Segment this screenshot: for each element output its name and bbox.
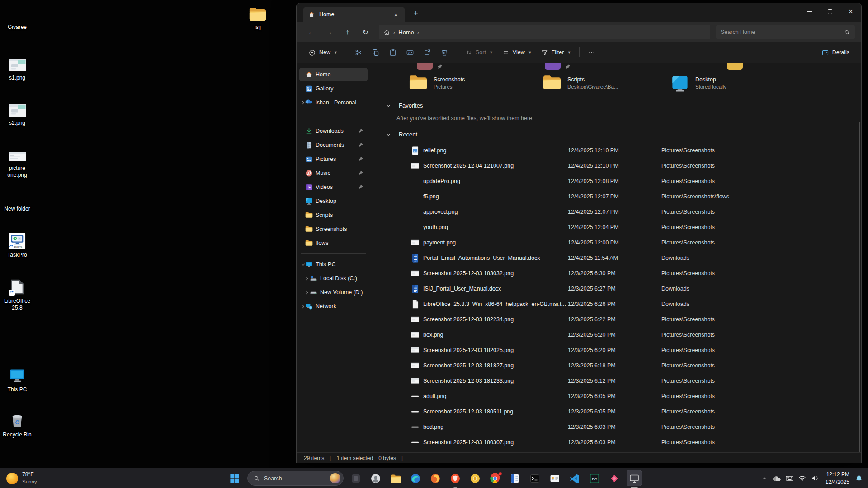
chevron-up-icon[interactable] xyxy=(758,468,771,488)
taskbar-app-edge[interactable] xyxy=(406,468,425,488)
sidebar-item-flows[interactable]: flows xyxy=(299,236,368,250)
file-row[interactable]: box.png12/3/2025 6:20 PMPictures\Screens… xyxy=(370,327,858,343)
rename-button[interactable]: A xyxy=(401,45,419,60)
taskbar-app-chrome[interactable] xyxy=(485,468,505,488)
sidebar-item-desktop[interactable]: Desktop xyxy=(299,194,368,208)
taskbar-app-firefox[interactable] xyxy=(425,468,445,488)
file-row[interactable]: Screenshot 2025-12-03 181233.png12/3/202… xyxy=(370,373,858,389)
file-row[interactable]: approved.png12/4/2025 12:07 PMPictures\S… xyxy=(370,204,858,220)
search-icon[interactable] xyxy=(844,29,850,36)
sidebar-item-new-volume-d[interactable]: New Volume (D:) xyxy=(299,286,368,299)
filter-button[interactable]: Filter ▼ xyxy=(537,45,576,60)
sidebar-item-downloads[interactable]: Downloads xyxy=(299,124,368,138)
breadcrumb-chevron-icon[interactable]: › xyxy=(417,29,419,36)
file-row[interactable]: Screenshot 2025-12-03 182234.png12/3/202… xyxy=(370,312,858,327)
sidebar-item-documents[interactable]: Documents xyxy=(299,138,368,152)
file-row[interactable]: Screenshot 2025-12-03 180511.png12/3/202… xyxy=(370,404,858,419)
share-button[interactable] xyxy=(419,45,436,60)
chevron-right-icon[interactable] xyxy=(303,276,310,281)
file-row[interactable]: Screenshot 2025-12-04 121007.png12/4/202… xyxy=(370,158,858,174)
taskbar-app-pycharm[interactable]: PC xyxy=(585,468,604,488)
view-button[interactable]: View ▼ xyxy=(498,45,537,60)
taskbar-app-file-explorer[interactable] xyxy=(386,468,406,488)
quick-access-card-screenshots[interactable]: ScreenshotsPictures xyxy=(409,74,465,91)
breadcrumb-home[interactable]: Home xyxy=(398,29,414,36)
file-row[interactable]: payment.png12/4/2025 12:00 PMPictures\Sc… xyxy=(370,235,858,250)
tab-home[interactable]: Home × xyxy=(303,7,405,22)
maximize-button[interactable] xyxy=(820,3,840,20)
new-tab-button[interactable]: + xyxy=(410,8,421,19)
close-button[interactable]: × xyxy=(840,3,861,20)
file-row[interactable]: bod.png12/3/2025 6:03 PMPictures\Screens… xyxy=(370,419,858,435)
new-button[interactable]: New ▼ xyxy=(304,45,342,60)
file-row[interactable]: Screenshot 2025-12-03 180307.png12/3/202… xyxy=(370,435,858,450)
desktop-icon-pictureone[interactable]: picture one.png xyxy=(1,145,33,178)
desktop-icon-s2[interactable]: s2.png xyxy=(1,99,33,127)
taskbar-app-chat[interactable] xyxy=(366,468,386,488)
sidebar-item-screenshots[interactable]: Screenshots xyxy=(299,222,368,236)
desktop-icon-isij[interactable]: isij xyxy=(241,4,274,31)
desktop-icon-libreoffice[interactable]: LibreOffice 25.8 xyxy=(1,277,33,311)
tab-close-icon[interactable]: × xyxy=(391,9,401,20)
sidebar-item-this-pc[interactable]: This PC xyxy=(299,258,368,271)
desktop-icon-newfolder[interactable]: New folder xyxy=(1,185,33,212)
volume-icon[interactable] xyxy=(809,468,821,488)
search-box[interactable]: Search Home xyxy=(716,25,855,39)
sidebar-item-network[interactable]: Network xyxy=(299,300,368,313)
taskbar-app-chrome-canary[interactable] xyxy=(465,468,485,488)
file-row[interactable]: Portal_Email_Automations_User_Manual.doc… xyxy=(370,250,858,266)
taskbar-app-brave[interactable] xyxy=(445,468,465,488)
taskbar-app-widgets[interactable] xyxy=(346,468,366,488)
start-button[interactable] xyxy=(229,473,240,483)
file-row[interactable]: adult.png12/3/2025 6:05 PMPictures\Scree… xyxy=(370,389,858,404)
chevron-right-icon[interactable] xyxy=(303,290,310,295)
more-options-button[interactable] xyxy=(583,45,600,60)
address-bar[interactable]: › Home › xyxy=(379,25,710,39)
file-row[interactable]: relief.png12/4/2025 12:10 PMPictures\Scr… xyxy=(370,143,858,158)
vertical-scrollbar[interactable] xyxy=(859,122,860,452)
desktop-icon-thispc[interactable]: This PC xyxy=(1,366,33,393)
recent-section-header[interactable]: Recent xyxy=(386,131,417,138)
cut-off-folder-icon[interactable] xyxy=(545,63,561,70)
cut-off-folder-icon[interactable] xyxy=(417,63,433,70)
file-row[interactable]: youth.png12/4/2025 12:04 PMPictures\Scre… xyxy=(370,220,858,235)
file-row[interactable]: Screenshot 2025-12-03 181827.png12/3/202… xyxy=(370,358,858,373)
desktop-icon-taskpro[interactable]: TaskProTaskPro xyxy=(1,231,33,258)
sidebar-item-videos[interactable]: Videos xyxy=(299,180,368,194)
taskbar-clock[interactable]: 12:12 PM 12/4/2025 xyxy=(826,471,849,486)
desktop-icon-recyclebin[interactable]: ♻Recycle Bin xyxy=(1,411,33,438)
refresh-button[interactable]: ↻ xyxy=(357,25,374,39)
notification-bell-icon[interactable] xyxy=(853,468,865,488)
delete-button[interactable] xyxy=(436,45,453,60)
quick-access-card-desktop[interactable]: DesktopStored locally xyxy=(670,74,726,91)
home-icon[interactable] xyxy=(383,29,390,36)
desktop-icon-s1[interactable]: s1.png xyxy=(1,54,33,81)
taskbar-app-terminal[interactable] xyxy=(525,468,545,488)
sidebar-item-music[interactable]: Music xyxy=(299,166,368,180)
desktop-icon-givaree[interactable]: Givaree xyxy=(1,4,33,31)
taskbar-app-contact-card[interactable] xyxy=(545,468,565,488)
file-row[interactable]: Screenshot 2025-12-03 182025.png12/3/202… xyxy=(370,343,858,358)
sidebar-item-gallery[interactable]: Gallery xyxy=(299,82,368,95)
touch-keyboard-icon[interactable] xyxy=(783,468,796,488)
sort-button[interactable]: Sort ▼ xyxy=(461,45,498,60)
sidebar-item-scripts[interactable]: Scripts xyxy=(299,208,368,222)
wifi-icon[interactable] xyxy=(796,468,809,488)
sidebar-item-onedrive[interactable]: ishan - Personal xyxy=(299,96,368,109)
chevron-down-icon[interactable] xyxy=(386,132,391,137)
sidebar-item-home[interactable]: Home xyxy=(299,68,368,81)
taskbar-app-gem-app[interactable] xyxy=(604,468,624,488)
taskbar-search[interactable]: Search xyxy=(247,471,344,486)
cut-off-folder-icon[interactable] xyxy=(727,63,743,70)
back-button[interactable]: ← xyxy=(303,25,320,39)
sidebar-item-local-disk-c[interactable]: Local Disk (C:) xyxy=(299,272,368,285)
up-button[interactable]: ↑ xyxy=(339,25,356,39)
file-row[interactable]: ISIJ_Portal_User_Manual.docx12/3/2025 6:… xyxy=(370,281,858,296)
file-row[interactable]: LibreOffice_25.8.3_Win_x86-64_helppack_e… xyxy=(370,296,858,312)
favorites-section-header[interactable]: Favorites xyxy=(386,102,423,109)
weather-widget[interactable]: 78°F Sunny xyxy=(6,468,37,488)
taskbar-app-vscode[interactable] xyxy=(565,468,585,488)
details-button[interactable]: Details xyxy=(817,45,854,60)
copy-button[interactable] xyxy=(367,45,384,60)
onedrive-cloud-icon[interactable] xyxy=(771,468,783,488)
